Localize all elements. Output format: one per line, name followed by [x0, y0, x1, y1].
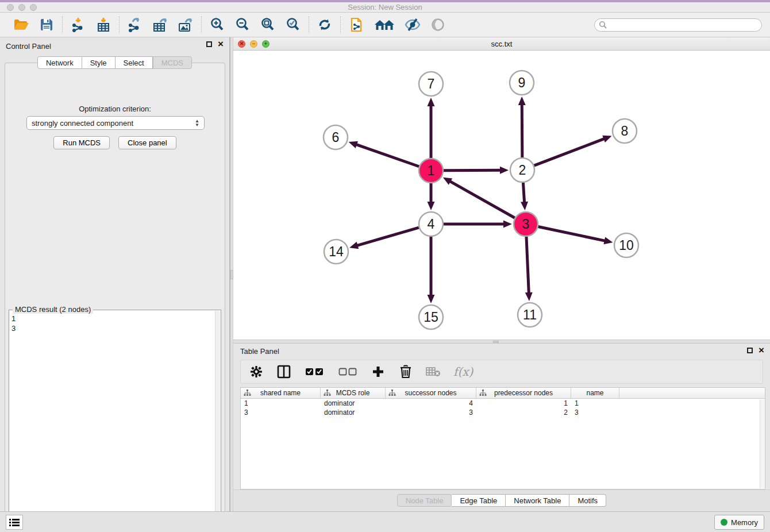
- graph-edge-2-9[interactable]: [518, 97, 526, 157]
- export-network-icon[interactable]: [126, 16, 144, 33]
- graph-node-15[interactable]: 15: [419, 305, 443, 329]
- graph-edge-1-7[interactable]: [428, 98, 435, 158]
- main-toolbar: [0, 13, 770, 37]
- tab-style[interactable]: Style: [82, 56, 116, 69]
- column-header-successor-nodes[interactable]: successor nodes: [386, 388, 476, 398]
- cell-mcds-role[interactable]: dominator: [321, 399, 386, 408]
- save-session-icon[interactable]: [38, 16, 55, 33]
- graph-node-9[interactable]: 9: [510, 71, 534, 95]
- graph-node-6[interactable]: 6: [324, 125, 348, 149]
- svg-text:4: 4: [428, 217, 435, 232]
- close-panel-icon[interactable]: ×: [218, 41, 224, 47]
- hide-panels-icon[interactable]: [404, 16, 421, 33]
- column-header-mcds-role[interactable]: MCDS role: [321, 388, 386, 398]
- hierarchy-icon: [479, 390, 487, 396]
- graph-node-8[interactable]: 8: [613, 119, 637, 143]
- table-settings-gear-icon[interactable]: [249, 364, 264, 379]
- column-header-shared-name[interactable]: shared name: [241, 388, 321, 398]
- criterion-value: strongly connected component: [32, 119, 195, 128]
- cell-shared-name[interactable]: 1: [241, 399, 321, 408]
- horizontal-splitter-handle[interactable]: [493, 341, 499, 343]
- tab-network-table[interactable]: Network Table: [506, 494, 569, 507]
- graph-node-10[interactable]: 10: [614, 233, 638, 257]
- cell-name[interactable]: 3: [571, 408, 619, 417]
- unselect-all-columns-icon[interactable]: [337, 364, 358, 379]
- graph-edge-3-11[interactable]: [525, 237, 533, 301]
- zoom-out-icon[interactable]: [234, 16, 251, 33]
- tab-mcds[interactable]: MCDS: [153, 56, 192, 69]
- select-all-columns-icon[interactable]: [304, 364, 325, 379]
- graph-edge-1-4[interactable]: [428, 183, 435, 210]
- graph-node-11[interactable]: 11: [518, 303, 542, 327]
- cell-successor-nodes[interactable]: 3: [386, 408, 476, 417]
- graph-node-3[interactable]: 3: [514, 212, 538, 236]
- memory-button[interactable]: Memory: [714, 515, 764, 530]
- table-row[interactable]: 1 dominator 4 1 1: [241, 399, 765, 408]
- cell-mcds-role[interactable]: dominator: [321, 408, 386, 417]
- svg-text:3: 3: [522, 217, 530, 232]
- network-graph[interactable]: 7968124314101511: [233, 51, 770, 340]
- graph-node-7[interactable]: 7: [419, 72, 443, 96]
- cell-shared-name[interactable]: 3: [241, 408, 321, 417]
- float-table-panel-icon[interactable]: [747, 348, 753, 353]
- import-network-icon[interactable]: [70, 16, 87, 33]
- table-row[interactable]: 3 dominator 3 2 3: [241, 408, 765, 417]
- graph-node-2[interactable]: 2: [510, 158, 534, 182]
- cell-predecessor-nodes[interactable]: 1: [476, 399, 571, 408]
- zoom-in-icon[interactable]: [209, 16, 226, 33]
- export-table-icon[interactable]: [152, 16, 169, 33]
- add-column-icon[interactable]: [371, 364, 386, 379]
- svg-text:7: 7: [428, 76, 435, 91]
- graph-edge-1-6[interactable]: [349, 141, 419, 167]
- tab-select[interactable]: Select: [116, 56, 153, 69]
- mcds-result-title: MCDS result (2 nodes): [13, 305, 93, 314]
- cell-predecessor-nodes[interactable]: 2: [476, 408, 571, 417]
- delete-table-icon: [426, 364, 441, 379]
- graph-edge-4-14[interactable]: [349, 228, 419, 249]
- export-image-icon[interactable]: [177, 16, 194, 33]
- home-icon[interactable]: [373, 16, 396, 33]
- float-panel-icon[interactable]: [206, 41, 212, 47]
- status-bar: Memory: [0, 511, 770, 532]
- split-columns-icon[interactable]: [276, 364, 291, 379]
- graph-edge-1-2[interactable]: [444, 167, 509, 174]
- memory-label: Memory: [731, 518, 758, 527]
- result-scrollbar[interactable]: [215, 311, 220, 525]
- task-history-button[interactable]: [6, 515, 23, 530]
- open-session-icon[interactable]: [13, 16, 30, 33]
- close-table-panel-icon[interactable]: ×: [759, 348, 764, 353]
- graph-edge-2-8[interactable]: [534, 136, 612, 165]
- zoom-selected-icon[interactable]: [284, 16, 302, 33]
- graph-node-14[interactable]: 14: [324, 240, 348, 264]
- column-header-name[interactable]: name: [571, 388, 619, 398]
- graph-edge-4-3[interactable]: [444, 221, 512, 228]
- graph-edge-3-1[interactable]: [443, 178, 515, 218]
- graph-node-1[interactable]: 1: [419, 159, 443, 183]
- graph-edge-4-15[interactable]: [428, 237, 435, 303]
- graph-edge-2-3[interactable]: [521, 183, 528, 210]
- tab-network[interactable]: Network: [37, 56, 82, 69]
- mcds-panel: Optimization criterion: strongly connect…: [5, 63, 225, 532]
- tab-motifs[interactable]: Motifs: [569, 494, 606, 507]
- delete-column-icon[interactable]: [398, 364, 413, 379]
- cell-name[interactable]: 1: [571, 399, 619, 408]
- criterion-select[interactable]: strongly connected component ▲▼: [26, 116, 205, 130]
- column-header-predecessor-nodes[interactable]: predecessor nodes: [476, 388, 571, 398]
- cell-successor-nodes[interactable]: 4: [386, 399, 476, 408]
- tab-node-table[interactable]: Node Table: [397, 494, 452, 507]
- table-scrollbar[interactable]: [760, 399, 764, 488]
- tab-edge-table[interactable]: Edge Table: [452, 494, 506, 507]
- hierarchy-icon: [244, 390, 251, 396]
- close-panel-button[interactable]: Close panel: [118, 136, 176, 149]
- import-table-icon[interactable]: [95, 16, 112, 33]
- graph-node-4[interactable]: 4: [419, 212, 443, 236]
- zoom-fit-icon[interactable]: [259, 16, 276, 33]
- search-input[interactable]: [594, 18, 762, 32]
- mcds-result-text[interactable]: 1 3: [11, 314, 214, 523]
- network-canvas[interactable]: 7968124314101511: [233, 51, 770, 340]
- refresh-icon[interactable]: [316, 16, 333, 33]
- new-session-icon[interactable]: [348, 16, 365, 33]
- graph-edge-3-10[interactable]: [538, 227, 613, 245]
- run-mcds-button[interactable]: Run MCDS: [53, 136, 110, 149]
- horizontal-splitter[interactable]: [233, 340, 770, 344]
